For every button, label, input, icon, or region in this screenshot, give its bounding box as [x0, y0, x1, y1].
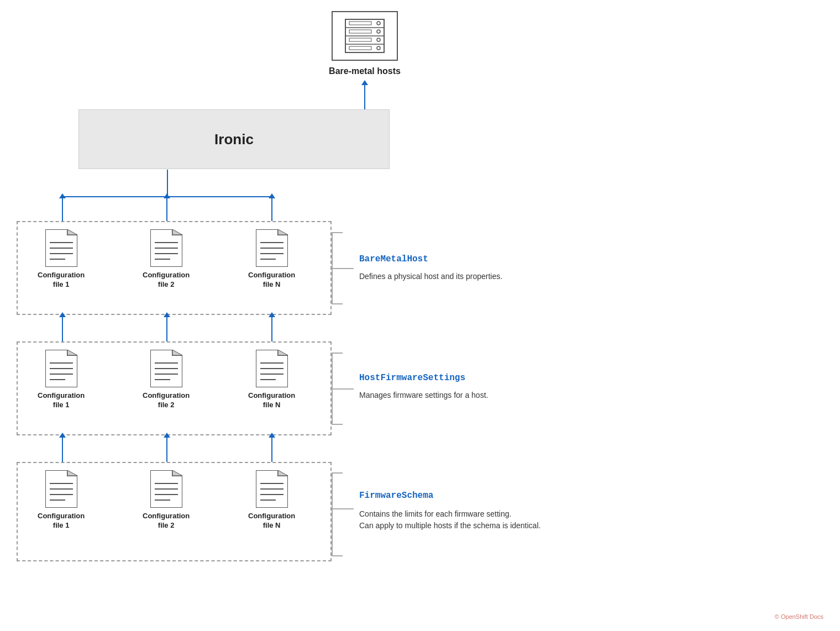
arrow-col3-row1: [271, 198, 272, 221]
svg-point-11: [377, 46, 380, 50]
arrow-col3-row2-row3: [271, 437, 272, 462]
bracket-h-row1: [332, 268, 354, 269]
svg-marker-49: [67, 470, 77, 476]
file-label-row1-col2: Configurationfile 2: [143, 271, 190, 290]
annotation-desc-row2: Manages firmware settings for a host.: [359, 390, 488, 401]
file-label-row1-col1: Configurationfile 1: [38, 271, 85, 290]
arrow-col3-row1-row2: [271, 317, 272, 341]
arrow-ironic-to-bare-metal: [364, 85, 365, 109]
bracket-v-row3: [332, 472, 333, 555]
doc-icon-row2-col3: [256, 350, 288, 390]
file-label-row3-col2: Configurationfile 2: [143, 512, 190, 530]
bracket-h-bot-row1: [332, 303, 343, 304]
svg-marker-37: [172, 350, 182, 355]
doc-icon-row3-col3: [256, 470, 288, 510]
file-label-row2-col1: Configurationfile 1: [38, 391, 85, 410]
file-label-row1-col3: Configurationfile N: [248, 271, 295, 290]
svg-rect-10: [349, 46, 371, 50]
bracket-h-top-row2: [332, 353, 343, 354]
doc-icon-row3-col1: [45, 470, 77, 510]
file-label-row2-col2: Configurationfile 2: [143, 391, 190, 410]
file-label-row2-col3: Configurationfile N: [248, 391, 295, 410]
arrow-col1-row1-row2: [62, 317, 63, 341]
svg-marker-25: [278, 229, 288, 235]
bracket-h-top-row3: [332, 472, 343, 474]
svg-point-5: [377, 22, 380, 25]
bare-metal-icon-box: [332, 11, 398, 61]
svg-marker-43: [278, 350, 288, 355]
arrow-col2-row1-row2: [166, 317, 167, 341]
ironic-label: Ironic: [214, 131, 254, 148]
annotation-desc-row1: Defines a physical host and its properti…: [359, 271, 502, 282]
arrow-col1-row1: [62, 198, 63, 221]
file-label-row3-col1: Configurationfile 1: [38, 512, 85, 530]
svg-marker-31: [67, 350, 77, 355]
svg-rect-8: [349, 38, 371, 41]
bracket-h-row3: [332, 508, 354, 509]
arrow-col1-row2-row3: [62, 437, 63, 462]
annotation-title-row2: HostFirmwareSettings: [359, 373, 465, 383]
doc-icon-row1-col1: [45, 229, 77, 269]
doc-icon-row1-col3: [256, 229, 288, 269]
bare-metal-label: Bare-metal hosts: [318, 66, 412, 76]
svg-rect-6: [349, 30, 371, 33]
bracket-v-row2: [332, 353, 333, 424]
svg-point-7: [377, 30, 380, 33]
bracket-v-row1: [332, 232, 333, 304]
doc-icon-row2-col1: [45, 350, 77, 390]
svg-rect-4: [349, 22, 371, 25]
watermark: © OpenShift Docs: [775, 613, 823, 620]
annotation-desc-row3: Contains the limits for each firmware se…: [359, 508, 540, 532]
doc-icon-row1-col2: [150, 229, 182, 269]
svg-marker-55: [172, 470, 182, 476]
bracket-h-top-row1: [332, 232, 343, 233]
bracket-h-bot-row3: [332, 555, 343, 556]
annotation-title-row3: FirmwareSchema: [359, 491, 433, 501]
arrow-col2-row1: [166, 198, 167, 221]
bracket-h-bot-row2: [332, 424, 343, 425]
v-ironic-down: [167, 170, 168, 197]
arrow-col2-row2-row3: [166, 437, 167, 462]
annotation-title-row1: BareMetalHost: [359, 254, 428, 264]
svg-marker-13: [67, 229, 77, 235]
svg-point-9: [377, 38, 380, 41]
doc-icon-row3-col2: [150, 470, 182, 510]
bracket-h-row2: [332, 388, 354, 390]
svg-marker-61: [278, 470, 288, 476]
doc-icon-row2-col2: [150, 350, 182, 390]
file-label-row3-col3: Configurationfile N: [248, 512, 295, 530]
svg-marker-19: [172, 229, 182, 235]
ironic-box: Ironic: [78, 109, 390, 169]
diagram-container: Bare-metal hosts Ironic Configurationfil…: [0, 0, 840, 631]
